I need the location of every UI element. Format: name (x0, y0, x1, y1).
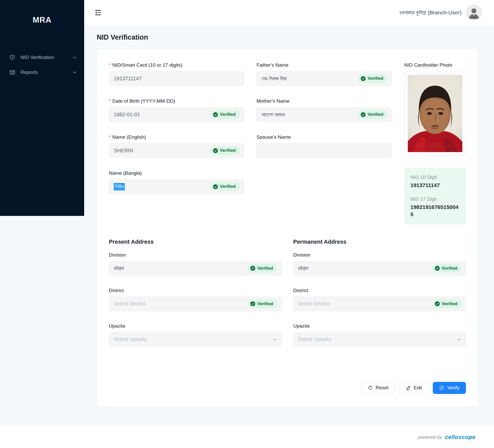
form-grid: *NID/Smart Card (10 or 17 digits) 191371… (109, 62, 466, 224)
check-circle-icon (213, 184, 218, 189)
present-upazila-placeholder: Select Upazila (114, 336, 272, 342)
verified-badge: Verified (210, 146, 240, 155)
dob-input[interactable]: 1982-01-01 Verified (109, 107, 244, 122)
chevron-down-icon (72, 55, 77, 60)
sidebar-collapse-button[interactable] (93, 7, 103, 18)
present-address-section: Present Address Division চট্টগ্রাম Verif… (109, 239, 282, 359)
table-icon (9, 69, 15, 75)
check-circle-icon (435, 266, 440, 271)
photo-label: NID Cardholder Photo (404, 62, 466, 68)
present-district-placeholder: Select District (114, 301, 248, 307)
verified-badge-label: Verified (220, 112, 236, 117)
check-circle-icon (361, 76, 366, 81)
name-english-input[interactable]: SHERIN Verified (109, 143, 244, 158)
nid-cardholder-photo (404, 71, 466, 156)
check-circle-icon (213, 148, 218, 153)
permanent-district-label: District (293, 288, 466, 293)
check-circle-icon (213, 112, 218, 117)
verified-badge-label: Verified (368, 112, 383, 117)
father-name-input-value: মোঃ সিরাজ মিয়া (261, 76, 358, 82)
nid17-label: NID 17 Digit (410, 196, 460, 202)
verified-badge: Verified (432, 264, 462, 273)
permanent-district-placeholder: Select District (298, 301, 432, 307)
avatar[interactable] (466, 5, 482, 20)
user-name: চকবাজার কুমিল্লা (Branch-User) (400, 10, 462, 16)
verified-badge-label: Verified (220, 184, 236, 189)
check-circle-icon (250, 301, 255, 306)
page-footer: powered by celloscope (0, 426, 494, 448)
nid-input-value: 1913711147 (114, 76, 240, 82)
present-district-select[interactable]: Select District Verified (109, 297, 282, 311)
required-marker: * (109, 98, 111, 104)
sidebar-item-label: NID Verification (21, 55, 72, 60)
nid10-value: 1913711147 (410, 182, 460, 189)
permanent-division-input[interactable]: চট্টগ্রাম Verified (293, 261, 466, 276)
person-icon (467, 5, 481, 20)
father-name-field-label: Father's Name (257, 62, 392, 68)
mother-name-field-label: Mother's Name (257, 98, 392, 104)
mother-name-field-group: Mother's Name আয়েশা আক্তার Verified (257, 98, 392, 122)
chevron-down-icon (456, 337, 462, 342)
present-division-value: চট্টগ্রাম (114, 265, 248, 271)
address-sections: Present Address Division চট্টগ্রাম Verif… (109, 239, 466, 359)
permanent-upazila-select[interactable]: Select Upazila (293, 332, 466, 347)
chevron-down-icon (72, 70, 77, 75)
verified-badge: Verified (210, 110, 240, 119)
edit-button[interactable]: Edit (399, 382, 429, 394)
verified-badge-label: Verified (257, 266, 273, 271)
reset-button[interactable]: Reset (361, 382, 395, 394)
nid-input[interactable]: 1913711147 (109, 71, 244, 86)
chevron-down-icon (272, 337, 277, 342)
spouse-name-field-group: Spouse's Name (257, 134, 392, 158)
verified-badge: Verified (432, 300, 462, 308)
verified-badge-label: Verified (257, 301, 273, 306)
permanent-division-value: চট্টগ্রাম (298, 265, 432, 271)
name-english-input-value: SHERIN (114, 148, 210, 154)
present-address-title: Present Address (109, 239, 282, 245)
required-marker: * (109, 134, 111, 140)
present-division-label: Division (109, 252, 282, 258)
present-division-field-group: Division চট্টগ্রাম Verified (109, 252, 282, 276)
edit-button-label: Edit (414, 385, 422, 391)
celloscope-brand: celloscope (445, 434, 475, 441)
verified-badge: Verified (248, 264, 277, 273)
permanent-address-section: Permanent Address Division চট্টগ্রাম Ver… (293, 239, 466, 359)
form-column-photo: NID Cardholder Photo (404, 62, 466, 224)
permanent-division-label: Division (293, 252, 466, 258)
verified-badge-label: Verified (220, 148, 236, 153)
sidebar-item-label: Reports (21, 69, 72, 75)
spouse-name-input[interactable] (257, 143, 392, 158)
check-circle-icon (250, 266, 255, 271)
top-header: চকবাজার কুমিল্লা (Branch-User) (84, 0, 494, 25)
name-bangla-field-label: Name (Bangla) (109, 170, 244, 176)
menu-fold-icon (94, 8, 102, 17)
shield-icon (9, 54, 15, 60)
verify-button-label: Verify (447, 385, 460, 391)
verified-badge-label: Verified (442, 266, 457, 271)
present-upazila-select[interactable]: Select Upazila (109, 332, 282, 347)
verified-badge-label: Verified (442, 301, 457, 306)
verify-button[interactable]: Verify (433, 382, 466, 394)
verified-badge: Verified (358, 110, 387, 119)
verified-badge: Verified (358, 74, 387, 83)
action-buttons: Reset Edit Verify (109, 382, 466, 394)
name-english-field-label: *Name (English) (109, 134, 244, 140)
nid-field-label: *NID/Smart Card (10 or 17 digits) (109, 62, 244, 68)
dob-input-value: 1982-01-01 (114, 112, 210, 118)
sidebar-item-nid-verification[interactable]: NID Verification (0, 50, 84, 65)
present-division-input[interactable]: চট্টগ্রাম Verified (109, 261, 282, 276)
name-bangla-input[interactable]: শিরিন Verified (109, 179, 244, 194)
permanent-upazila-placeholder: Select Upazila (298, 336, 457, 342)
verified-badge-label: Verified (368, 76, 383, 81)
permanent-district-select[interactable]: Select District Verified (293, 297, 466, 311)
required-marker: * (109, 62, 111, 68)
father-name-field-group: Father's Name মোঃ সিরাজ মিয়া Verified (257, 62, 392, 86)
sidebar-item-reports[interactable]: Reports (0, 65, 84, 80)
present-upazila-label: Upazila (109, 323, 282, 329)
cardholder-portrait-image (408, 75, 462, 152)
nid-verification-card: *NID/Smart Card (10 or 17 digits) 191371… (97, 49, 478, 407)
father-name-input[interactable]: মোঃ সিরাজ মিয়া Verified (257, 71, 392, 86)
mother-name-input[interactable]: আয়েশা আক্তার Verified (257, 107, 392, 122)
name-bangla-field-group: Name (Bangla) শিরিন Verified (109, 170, 244, 194)
app-logo: MRA (0, 15, 84, 25)
